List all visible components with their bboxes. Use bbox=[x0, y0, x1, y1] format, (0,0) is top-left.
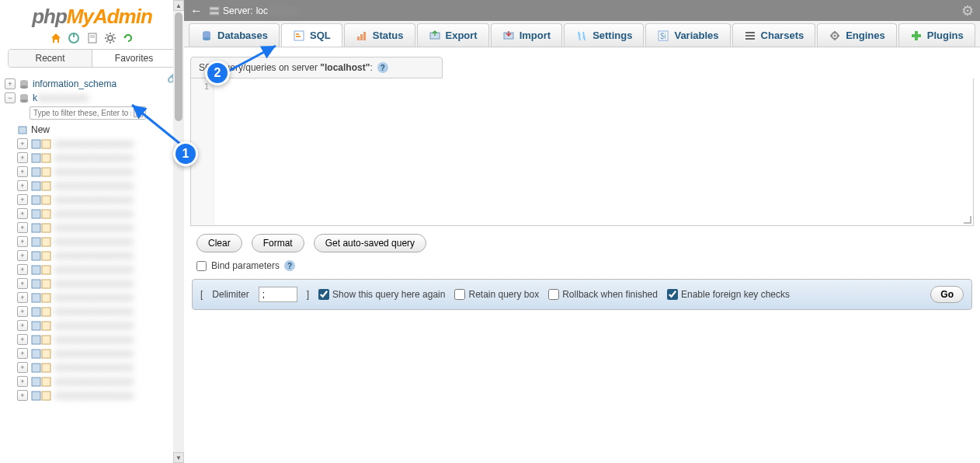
gear-icon[interactable] bbox=[104, 32, 116, 44]
tab-sql[interactable]: SQL bbox=[281, 23, 342, 47]
format-button[interactable]: Format bbox=[252, 234, 304, 252]
expand-icon[interactable]: + bbox=[17, 264, 28, 275]
resize-handle-icon[interactable] bbox=[964, 216, 971, 224]
fk-checkbox[interactable] bbox=[667, 289, 678, 300]
expand-icon[interactable]: + bbox=[17, 390, 28, 401]
table-label[interactable]: xxxxxxxxxxxxxxxxx bbox=[54, 376, 134, 387]
scroll-up-icon[interactable]: ▲ bbox=[173, 0, 184, 11]
expand-icon[interactable]: + bbox=[17, 152, 28, 163]
expand-icon[interactable]: + bbox=[17, 278, 28, 289]
delimiter-input[interactable] bbox=[259, 287, 297, 302]
expand-icon[interactable]: + bbox=[17, 180, 28, 191]
tree-node-table[interactable]: +xxxxxxxxxxxxxxxxx bbox=[5, 207, 179, 221]
tree-node-table[interactable]: +xxxxxxxxxxxxxxxxx bbox=[5, 179, 179, 193]
favorites-tab[interactable]: Favorites bbox=[92, 50, 175, 67]
tab-status[interactable]: Status bbox=[344, 23, 415, 47]
tab-engines[interactable]: Engines bbox=[817, 23, 897, 47]
topbar-gear-icon[interactable]: ⚙ bbox=[961, 2, 974, 19]
rollback-checkbox[interactable] bbox=[548, 289, 559, 300]
tree-node-table[interactable]: +xxxxxxxxxxxxxxxxx bbox=[5, 137, 179, 151]
tab-export[interactable]: Export bbox=[417, 23, 489, 47]
tab-settings[interactable]: Settings bbox=[564, 23, 644, 47]
help-icon[interactable]: ? bbox=[377, 62, 388, 73]
tab-charsets[interactable]: Charsets bbox=[732, 23, 816, 47]
table-label[interactable]: xxxxxxxxxxxxxxxxx bbox=[54, 292, 134, 303]
expand-icon[interactable]: + bbox=[17, 208, 28, 219]
expand-icon[interactable]: + bbox=[17, 250, 28, 261]
show-again-checkbox[interactable] bbox=[318, 289, 329, 300]
table-label[interactable]: xxxxxxxxxxxxxxxxx bbox=[54, 390, 134, 401]
table-label[interactable]: xxxxxxxxxxxxxxxxx bbox=[54, 194, 134, 205]
tree-node-table[interactable]: +xxxxxxxxxxxxxxxxx bbox=[5, 374, 179, 388]
expand-icon[interactable]: + bbox=[17, 194, 28, 205]
home-icon[interactable] bbox=[50, 32, 62, 44]
db-label[interactable]: information_schema bbox=[33, 78, 116, 89]
new-table-label[interactable]: New bbox=[31, 124, 50, 135]
clear-button[interactable]: Clear bbox=[196, 234, 242, 252]
tree-node-db[interactable]: + information_schema bbox=[5, 77, 179, 91]
tab-import[interactable]: Import bbox=[491, 23, 562, 47]
filter-input[interactable] bbox=[30, 106, 146, 120]
scroll-thumb[interactable] bbox=[175, 12, 182, 121]
help-icon[interactable]: ? bbox=[284, 260, 295, 271]
tab-variables[interactable]: $iVariables bbox=[645, 23, 730, 47]
tree-node-table[interactable]: +xxxxxxxxxxxxxxxxx bbox=[5, 235, 179, 249]
tree-node-table[interactable]: +xxxxxxxxxxxxxxxxx bbox=[5, 319, 179, 332]
bind-parameters-checkbox[interactable] bbox=[196, 261, 207, 271]
table-label[interactable]: xxxxxxxxxxxxxxxxx bbox=[54, 152, 134, 163]
expand-icon[interactable]: + bbox=[17, 362, 28, 373]
expand-icon[interactable]: + bbox=[17, 320, 28, 331]
expand-icon[interactable]: + bbox=[17, 334, 28, 345]
tree-node-table[interactable]: +xxxxxxxxxxxxxxxxx bbox=[5, 291, 179, 305]
scroll-down-icon[interactable]: ▼ bbox=[173, 452, 184, 463]
collapse-icon[interactable]: − bbox=[5, 92, 16, 103]
table-label[interactable]: xxxxxxxxxxxxxxxxx bbox=[54, 306, 134, 317]
tree-node-table[interactable]: +xxxxxxxxxxxxxxxxx bbox=[5, 277, 179, 291]
tree-node-table[interactable]: +xxxxxxxxxxxxxxxxx bbox=[5, 249, 179, 263]
tree-node-db[interactable]: − kxxxxxxxxxxx bbox=[5, 91, 179, 105]
get-autosaved-button[interactable]: Get auto-saved query bbox=[314, 234, 426, 252]
table-label[interactable]: xxxxxxxxxxxxxxxxx bbox=[54, 334, 134, 345]
clear-filter-icon[interactable]: X bbox=[134, 108, 143, 117]
expand-icon[interactable]: + bbox=[17, 376, 28, 387]
db-label[interactable]: kxxxxxxxxxxx bbox=[33, 92, 89, 103]
logout-icon[interactable] bbox=[68, 32, 80, 44]
expand-icon[interactable]: + bbox=[5, 78, 16, 89]
tree-node-new[interactable]: New bbox=[5, 123, 179, 137]
retain-checkbox[interactable] bbox=[454, 289, 465, 300]
reload-icon[interactable] bbox=[122, 32, 134, 44]
table-label[interactable]: xxxxxxxxxxxxxxxxx bbox=[54, 278, 134, 289]
recent-tab[interactable]: Recent bbox=[9, 50, 92, 67]
tab-databases[interactable]: Databases bbox=[189, 23, 280, 47]
expand-icon[interactable]: + bbox=[17, 348, 28, 359]
table-label[interactable]: xxxxxxxxxxxxxxxxx bbox=[54, 348, 134, 359]
expand-icon[interactable]: + bbox=[17, 236, 28, 247]
docs-icon[interactable] bbox=[86, 32, 99, 44]
sql-code-editor[interactable]: 1 bbox=[190, 78, 974, 226]
tree-node-table[interactable]: +xxxxxxxxxxxxxxxxx bbox=[5, 346, 179, 360]
tree-node-table[interactable]: +xxxxxxxxxxxxxxxxx bbox=[5, 360, 179, 374]
table-label[interactable]: xxxxxxxxxxxxxxxxx bbox=[54, 180, 134, 191]
go-button[interactable]: Go bbox=[930, 286, 964, 303]
table-label[interactable]: xxxxxxxxxxxxxxxxx bbox=[54, 236, 134, 247]
tree-node-table[interactable]: +xxxxxxxxxxxxxxxxx bbox=[5, 165, 179, 179]
tree-node-table[interactable]: +xxxxxxxxxxxxxxxxx bbox=[5, 332, 179, 346]
tree-node-table[interactable]: +xxxxxxxxxxxxxxxxx bbox=[5, 263, 179, 277]
table-label[interactable]: xxxxxxxxxxxxxxxxx bbox=[54, 138, 134, 149]
logo[interactable]: phpMyAdmin bbox=[0, 0, 184, 30]
table-label[interactable]: xxxxxxxxxxxxxxxxx bbox=[54, 208, 134, 219]
expand-icon[interactable]: + bbox=[17, 138, 28, 149]
expand-icon[interactable]: + bbox=[17, 292, 28, 303]
table-label[interactable]: xxxxxxxxxxxxxxxxx bbox=[54, 166, 134, 177]
expand-icon[interactable]: + bbox=[17, 166, 28, 177]
table-label[interactable]: xxxxxxxxxxxxxxxxx bbox=[54, 250, 134, 261]
tree-node-table[interactable]: +xxxxxxxxxxxxxxxxx bbox=[5, 388, 179, 402]
table-label[interactable]: xxxxxxxxxxxxxxxxx bbox=[54, 264, 134, 275]
expand-icon[interactable]: + bbox=[17, 306, 28, 317]
tree-node-table[interactable]: +xxxxxxxxxxxxxxxxx bbox=[5, 193, 179, 207]
code-textarea[interactable] bbox=[214, 78, 973, 225]
tree-node-table[interactable]: +xxxxxxxxxxxxxxxxx bbox=[5, 151, 179, 165]
table-label[interactable]: xxxxxxxxxxxxxxxxx bbox=[54, 362, 134, 373]
back-icon[interactable]: ← bbox=[190, 4, 203, 18]
expand-icon[interactable]: + bbox=[17, 222, 28, 233]
